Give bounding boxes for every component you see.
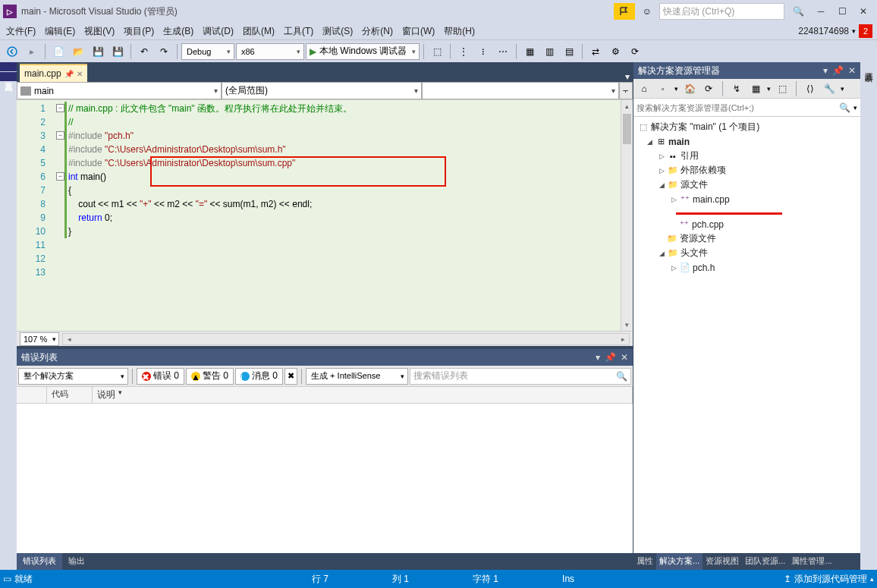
scroll-right-icon[interactable]: ▸: [617, 334, 629, 344]
se-wrench-icon[interactable]: 🔧: [822, 81, 837, 96]
toolbar-btn-5[interactable]: ▦: [520, 42, 539, 61]
se-home-icon[interactable]: ⌂: [637, 81, 652, 96]
nav-back-button[interactable]: [3, 42, 21, 61]
errors-filter-button[interactable]: ✖错误 0: [137, 368, 184, 385]
maximize-button[interactable]: ☐: [831, 2, 853, 20]
undo-icon[interactable]: ↶: [135, 42, 153, 61]
scroll-down-icon[interactable]: ▾: [621, 319, 633, 331]
solution-search[interactable]: 🔍 ▾: [633, 99, 860, 117]
col-code[interactable]: 代码: [47, 387, 93, 403]
menu-window[interactable]: 窗口(W): [398, 24, 439, 39]
se-showall-icon[interactable]: ▦: [748, 81, 763, 96]
menu-edit[interactable]: 编辑(E): [40, 24, 80, 39]
save-icon[interactable]: 💾: [89, 42, 107, 61]
tab-solution-explorer[interactable]: 解决方案...: [656, 553, 703, 570]
quick-launch-input[interactable]: 快速启动 (Ctrl+Q): [659, 3, 784, 20]
panel-close-icon[interactable]: ✕: [848, 65, 856, 76]
account-dropdown-icon[interactable]: ▾: [852, 27, 856, 35]
cpp-file-icon: ⁺⁺: [679, 219, 690, 230]
menu-team[interactable]: 团队(M): [238, 24, 279, 39]
se-back-icon[interactable]: ◦: [655, 81, 671, 96]
tab-properties[interactable]: 属性: [633, 553, 656, 570]
menu-help[interactable]: 帮助(H): [439, 24, 479, 39]
scroll-left-icon[interactable]: ◂: [63, 334, 75, 344]
feedback-smile-icon[interactable]: ☺: [637, 3, 658, 20]
se-sync-icon[interactable]: 🏠: [682, 81, 697, 96]
config-combo[interactable]: Debug: [181, 43, 234, 60]
error-search-input[interactable]: 搜索错误列表🔍: [410, 368, 631, 385]
se-collapse-icon[interactable]: ↯: [729, 81, 744, 96]
menu-view[interactable]: 视图(V): [80, 24, 119, 39]
clear-filter-button[interactable]: ✖: [284, 368, 297, 385]
func-combo[interactable]: [422, 82, 619, 99]
panel-pin-icon[interactable]: 📌: [605, 352, 616, 363]
close-button[interactable]: ✕: [853, 2, 874, 20]
col-description[interactable]: 说明▾: [93, 387, 633, 403]
build-intellisense-combo[interactable]: 生成 + IntelliSense: [306, 368, 408, 385]
close-tab-icon[interactable]: ✕: [77, 70, 83, 78]
vertical-scrollbar[interactable]: ▴ ▾: [621, 100, 633, 331]
horizontal-scrollbar[interactable]: ◂ ▸: [62, 333, 630, 345]
save-all-icon[interactable]: 💾: [108, 42, 127, 61]
menu-project[interactable]: 项目(P): [119, 24, 159, 39]
error-scope-combo[interactable]: 整个解决方案: [18, 368, 128, 385]
menu-analyze[interactable]: 分析(N): [357, 24, 398, 39]
toolbar-btn-1[interactable]: ⬚: [428, 42, 446, 61]
toolbar-btn-7[interactable]: ▤: [560, 42, 578, 61]
diagnostics-tab[interactable]: 诊断工具: [860, 62, 877, 71]
split-icon[interactable]: ⫟: [619, 82, 633, 99]
se-code-icon[interactable]: ⟨⟩: [803, 81, 818, 96]
toolbar-btn-4[interactable]: ⋯: [494, 42, 512, 61]
menu-tools[interactable]: 工具(T): [279, 24, 318, 39]
nav-forward-button[interactable]: ▸: [23, 42, 41, 61]
toolbar-btn-10[interactable]: ⟳: [626, 42, 644, 61]
toolbar-btn-6[interactable]: ▥: [540, 42, 558, 61]
solution-tree[interactable]: ⬚解决方案 "main" (1 个项目) ◢⊞main ▷▪▪引用 ▷📁外部依赖…: [633, 117, 860, 553]
open-icon[interactable]: 📂: [69, 42, 87, 61]
tab-team-explorer[interactable]: 团队资源...: [742, 553, 788, 570]
toolbar-btn-3[interactable]: ⫶: [474, 42, 492, 61]
tab-overflow-icon[interactable]: ▾: [625, 71, 630, 82]
redo-icon[interactable]: ↷: [155, 42, 173, 61]
se-refresh-icon[interactable]: ⟳: [701, 81, 716, 96]
code-editor[interactable]: 12345678910111213 −// main.cpp : 此文件包含 "…: [17, 100, 621, 331]
panel-pin-icon[interactable]: 📌: [832, 65, 844, 76]
se-props-icon[interactable]: ⬚: [775, 81, 790, 96]
menu-file[interactable]: 文件(F): [2, 24, 40, 39]
scroll-up-icon[interactable]: ▴: [621, 100, 633, 112]
feedback-flag-icon[interactable]: [614, 3, 635, 20]
menu-test[interactable]: 测试(S): [318, 24, 357, 39]
platform-combo[interactable]: x86: [236, 43, 304, 60]
start-debug-button[interactable]: ▶本地 Windows 调试器: [306, 43, 420, 60]
toolbox-tab[interactable]: 工具箱: [0, 72, 17, 81]
panel-dropdown-icon[interactable]: ▾: [596, 352, 600, 363]
tab-resource-view[interactable]: 资源视图: [703, 553, 742, 570]
pin-icon[interactable]: 📌: [64, 70, 74, 78]
new-project-icon[interactable]: 📄: [49, 42, 68, 61]
zoom-combo[interactable]: 107 %: [20, 332, 59, 346]
member-combo[interactable]: (全局范围): [222, 82, 422, 99]
menu-debug[interactable]: 调试(D): [198, 24, 238, 39]
toolbar-btn-8[interactable]: ⇄: [586, 42, 605, 61]
project-icon: ⊞: [655, 137, 666, 147]
titlebar: ▷ main - Microsoft Visual Studio (管理员) ☺…: [0, 0, 877, 23]
account-id[interactable]: 2248174698: [798, 26, 849, 36]
scope-combo[interactable]: main: [17, 82, 222, 99]
warnings-filter-button[interactable]: ▲警告 0: [186, 368, 234, 385]
quick-launch-search-icon[interactable]: 🔍: [787, 3, 809, 20]
doc-tab-main[interactable]: main.cpp 📌 ✕: [20, 64, 87, 82]
toolbar-btn-2[interactable]: ⋮: [454, 42, 473, 61]
source-control-button[interactable]: ↥添加到源代码管理▴: [784, 573, 874, 586]
messages-filter-button[interactable]: i消息 0: [235, 368, 283, 385]
server-explorer-tab[interactable]: 服务器资源管理器: [0, 62, 17, 71]
panel-dropdown-icon[interactable]: ▾: [823, 65, 828, 76]
tab-property-manager[interactable]: 属性管理...: [788, 553, 835, 570]
panel-close-icon[interactable]: ✕: [621, 352, 628, 363]
tab-output[interactable]: 输出: [62, 553, 91, 570]
tab-error-list[interactable]: 错误列表: [17, 553, 62, 570]
col-icon[interactable]: [17, 387, 47, 403]
toolbar-btn-9[interactable]: ⚙: [606, 42, 624, 61]
menu-build[interactable]: 生成(B): [159, 24, 198, 39]
minimize-button[interactable]: ─: [810, 2, 831, 20]
notification-badge[interactable]: 2: [859, 24, 872, 38]
